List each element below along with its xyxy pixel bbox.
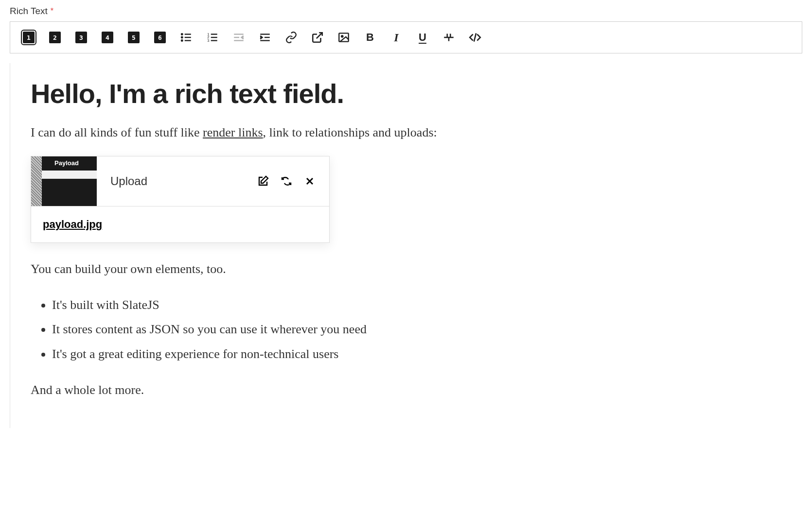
content-paragraph-3[interactable]: And a whole lot more. [31, 381, 782, 399]
field-label-text: Rich Text [10, 6, 48, 17]
list-item[interactable]: It's built with SlateJS [52, 293, 782, 318]
upload-label: Upload [97, 174, 257, 188]
svg-point-0 [181, 34, 183, 35]
required-indicator: * [51, 7, 53, 16]
list-item[interactable]: It's got a great editing experience for … [52, 342, 782, 367]
indent-button[interactable] [258, 31, 272, 44]
list-item[interactable]: It stores content as JSON so you can use… [52, 317, 782, 342]
outdent-button[interactable] [232, 31, 246, 44]
heading-4-button[interactable]: 4 [101, 31, 114, 44]
content-bullet-list[interactable]: It's built with SlateJS It stores conten… [31, 293, 782, 367]
heading-3-button[interactable]: 3 [74, 31, 88, 44]
field-label: Rich Text * [10, 6, 802, 17]
render-links-link[interactable]: render links [203, 125, 263, 139]
external-link-button[interactable] [311, 31, 324, 44]
svg-point-2 [181, 37, 183, 38]
image-button[interactable] [337, 31, 351, 44]
content-heading[interactable]: Hello, I'm a rich text field. [31, 78, 782, 109]
unordered-list-button[interactable] [179, 31, 193, 44]
svg-text:3: 3 [207, 38, 209, 43]
editor-content[interactable]: Hello, I'm a rich text field. I can do a… [10, 63, 802, 428]
bold-button[interactable]: B [363, 31, 377, 44]
edit-upload-button[interactable] [257, 175, 269, 187]
swap-upload-button[interactable] [281, 175, 292, 187]
code-button[interactable] [468, 31, 482, 44]
remove-upload-button[interactable] [304, 175, 316, 187]
content-paragraph-2[interactable]: You can build your own elements, too. [31, 260, 782, 278]
italic-button[interactable]: I [389, 31, 403, 44]
upload-card: Upload payload.jpg [31, 156, 330, 243]
strikethrough-button[interactable] [442, 31, 456, 44]
svg-point-4 [181, 40, 183, 41]
upload-thumbnail[interactable] [31, 156, 97, 206]
heading-5-button[interactable]: 5 [127, 31, 141, 44]
link-button[interactable] [284, 31, 298, 44]
underline-button[interactable]: U [416, 31, 429, 44]
svg-point-20 [341, 35, 343, 37]
upload-actions [257, 175, 329, 187]
svg-line-18 [317, 33, 322, 38]
editor-toolbar: 1 2 3 4 5 6 123 B I U [10, 21, 802, 53]
content-paragraph-1[interactable]: I can do all kinds of fun stuff like ren… [31, 124, 782, 141]
upload-card-header: Upload [31, 156, 329, 206]
heading-2-button[interactable]: 2 [48, 31, 62, 44]
ordered-list-button[interactable]: 123 [206, 31, 219, 44]
upload-filename[interactable]: payload.jpg [31, 206, 329, 242]
heading-1-button[interactable]: 1 [22, 31, 35, 44]
svg-line-25 [474, 33, 476, 41]
heading-6-button[interactable]: 6 [153, 31, 167, 44]
